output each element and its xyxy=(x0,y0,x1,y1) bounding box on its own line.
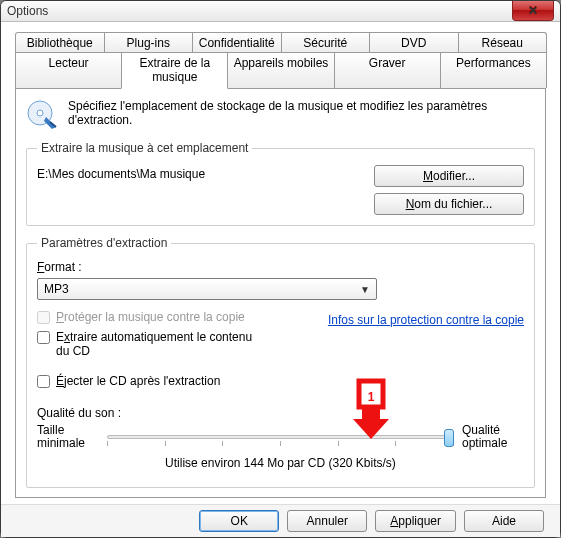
slider-caption-left: Taille minimale xyxy=(37,424,99,450)
autorip-checkbox-row[interactable]: Extraire automatiquement le contenu du C… xyxy=(37,330,267,358)
tab-reseau[interactable]: Réseau xyxy=(458,32,548,53)
dialog-body: Bibliothèque Plug-ins Confidentialité Sé… xyxy=(1,22,560,504)
slider-track xyxy=(107,435,454,439)
intro-text: Spécifiez l'emplacement de stockage de l… xyxy=(68,99,535,127)
location-legend: Extraire la musique à cet emplacement xyxy=(37,141,252,155)
autorip-label: Extraire automatiquement le contenu du C… xyxy=(56,330,267,358)
window-title: Options xyxy=(7,4,48,18)
slider-thumb[interactable] xyxy=(444,429,454,447)
tab-dvd[interactable]: DVD xyxy=(369,32,459,53)
autorip-checkbox[interactable] xyxy=(37,331,50,344)
quality-slider[interactable] xyxy=(107,424,454,450)
quality-label: Qualité du son : xyxy=(37,406,524,420)
titlebar[interactable]: Options ✕ xyxy=(1,1,560,22)
close-icon: ✕ xyxy=(528,4,538,18)
tab-performances[interactable]: Performances xyxy=(440,52,547,88)
tab-confidentialite[interactable]: Confidentialité xyxy=(192,32,282,53)
tabs-row-1: Bibliothèque Plug-ins Confidentialité Sé… xyxy=(15,32,546,53)
apply-button[interactable]: Appliquer xyxy=(375,510,456,532)
close-button[interactable]: ✕ xyxy=(512,1,554,21)
protect-label: Protéger la musique contre la copie xyxy=(56,310,245,324)
tab-bibliotheque[interactable]: Bibliothèque xyxy=(15,32,105,53)
slider-caption-right: Qualité optimale xyxy=(462,424,524,450)
tab-plugins[interactable]: Plug-ins xyxy=(104,32,194,53)
format-value: MP3 xyxy=(44,282,69,296)
tab-panel: Spécifiez l'emplacement de stockage de l… xyxy=(15,88,546,498)
tab-appareils[interactable]: Appareils mobiles xyxy=(227,52,334,88)
protect-checkbox xyxy=(37,311,50,324)
options-dialog: Options ✕ Bibliothèque Plug-ins Confiden… xyxy=(0,0,561,538)
settings-group: Paramètres d'extraction Format : MP3 ▼ P… xyxy=(26,236,535,488)
eject-checkbox[interactable] xyxy=(37,375,50,388)
location-path: E:\Mes documents\Ma musique xyxy=(37,165,205,181)
tab-graver[interactable]: Graver xyxy=(334,52,441,88)
filename-button[interactable]: Nom du fichier... xyxy=(374,193,524,215)
format-select[interactable]: MP3 ▼ xyxy=(37,278,377,300)
protect-checkbox-row: Protéger la musique contre la copie xyxy=(37,310,245,324)
tab-securite[interactable]: Sécurité xyxy=(281,32,371,53)
tabs-row-2: Lecteur Extraire de la musique Appareils… xyxy=(15,52,546,88)
ok-button[interactable]: OK xyxy=(199,510,279,532)
help-button[interactable]: Aide xyxy=(464,510,544,532)
dialog-footer: OK Annuler Appliquer Aide xyxy=(1,504,560,537)
eject-label: Éjecter le CD après l'extraction xyxy=(56,374,220,388)
slider-info: Utilise environ 144 Mo par CD (320 Kbits… xyxy=(37,456,524,470)
eject-checkbox-row[interactable]: Éjecter le CD après l'extraction xyxy=(37,374,524,388)
slider-ticks xyxy=(107,441,454,447)
annotation-label: 1 xyxy=(368,390,375,404)
quality-section: Qualité du son : Taille minimale Qualité… xyxy=(37,406,524,470)
tab-extraire[interactable]: Extraire de la musique xyxy=(121,52,228,89)
settings-legend: Paramètres d'extraction xyxy=(37,236,171,250)
modify-button[interactable]: Modifier... xyxy=(374,165,524,187)
copy-protection-link[interactable]: Infos sur la protection contre la copie xyxy=(328,313,524,327)
cancel-button[interactable]: Annuler xyxy=(287,510,367,532)
rip-cd-icon xyxy=(26,99,58,131)
format-label: Format : xyxy=(37,260,524,274)
chevron-down-icon: ▼ xyxy=(360,284,370,295)
intro-row: Spécifiez l'emplacement de stockage de l… xyxy=(26,99,535,131)
location-group: Extraire la musique à cet emplacement E:… xyxy=(26,141,535,226)
tab-lecteur[interactable]: Lecteur xyxy=(15,52,122,88)
svg-point-1 xyxy=(37,110,43,116)
